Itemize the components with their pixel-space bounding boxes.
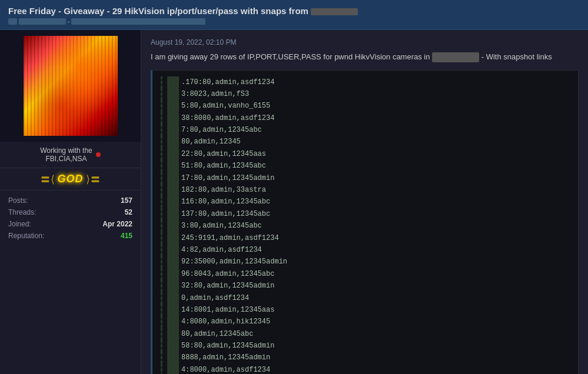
- credential-text: 96:8043,admin,12345abc: [181, 268, 274, 280]
- ip-redacted: ██: [167, 208, 179, 220]
- list-item: ██96:8043,admin,12345abc: [161, 268, 570, 280]
- ip-redacted: ██: [167, 88, 179, 100]
- ip-redacted: ██: [167, 280, 179, 292]
- ip-redacted: ██: [167, 352, 179, 363]
- avatar: [24, 36, 118, 136]
- page-header: Free Friday - Giveaway - 29 HikVision ip…: [0, 0, 588, 30]
- vertical-bar-icon: [161, 292, 162, 304]
- ip-redacted: ██: [167, 196, 179, 208]
- avatar-area: [0, 30, 141, 142]
- list-item: ██.170:80,admin,asdf1234: [161, 76, 570, 88]
- vertical-bar-icon: [161, 100, 162, 112]
- list-item: ██58:80,admin,12345admin: [161, 340, 570, 352]
- list-item: ██38:8080,admin,asdf1234: [161, 112, 570, 124]
- post-area: August 19, 2022, 02:10 PM I am giving aw…: [141, 30, 588, 374]
- posts-value: 157: [121, 196, 132, 205]
- threads-label: Threads:: [8, 208, 36, 216]
- vertical-bar-icon: [161, 268, 162, 280]
- vertical-bar-icon: [161, 184, 162, 196]
- list-item: ██7:80,admin,12345abc: [161, 124, 570, 136]
- credential-text: 8888,admin,12345admin: [181, 352, 270, 363]
- list-item: ██80,admin,12345abc: [161, 328, 570, 340]
- ip-redacted: ██: [167, 316, 179, 328]
- credential-text: 116:80,admin,12345abc: [181, 196, 270, 208]
- credential-text: 4:82,admin,asdf1234: [181, 244, 262, 256]
- ip-redacted: ██: [167, 112, 179, 124]
- ip-redacted: ██: [167, 340, 179, 352]
- ip-redacted: ██: [167, 328, 179, 340]
- credential-text: 7:80,admin,12345abc: [181, 124, 262, 136]
- author-redacted: [19, 18, 66, 25]
- vertical-bar-icon: [161, 136, 162, 148]
- left-wing-icon: 〓⟨: [40, 174, 55, 185]
- credential-text: 3:8023,admin,fS3: [181, 88, 249, 100]
- user-status-row: Working with the FBI,CIA,NSA: [0, 142, 141, 168]
- ip-redacted: ██: [167, 292, 179, 304]
- title-redacted: [311, 8, 358, 15]
- list-item: ██80,admin,12345: [161, 136, 570, 148]
- post-timestamp: August 19, 2022, 02:10 PM: [151, 38, 579, 46]
- stat-reputation: Reputation: 415: [8, 232, 132, 240]
- title-text: Free Friday - Giveaway - 29 HikVision ip…: [8, 6, 308, 16]
- rank-label: GOD: [57, 173, 83, 185]
- credential-text: 5:80,admin,vanho_6155: [181, 100, 270, 112]
- credential-text: 32:80,admin,12345admin: [181, 280, 274, 292]
- credential-text: 22:80,admin,12345aas: [181, 148, 266, 160]
- post-intro: I am giving away 29 rows of IP,PORT,USER…: [151, 51, 579, 63]
- vertical-bar-icon: [161, 172, 162, 184]
- stat-threads: Threads: 52: [8, 208, 132, 216]
- ip-redacted: ██: [167, 100, 179, 112]
- stat-joined: Joined: Apr 2022: [8, 220, 132, 228]
- ip-redacted: ██: [167, 172, 179, 184]
- vertical-bar-icon: [161, 76, 162, 88]
- stat-posts: Posts: 157: [8, 196, 132, 205]
- credential-text: 80,admin,12345: [181, 136, 241, 148]
- ip-redacted: ██: [167, 244, 179, 256]
- credential-text: 58:80,admin,12345admin: [181, 340, 274, 352]
- list-item: ██3:80,admin,12345abc: [161, 220, 570, 232]
- credential-text: 245:9191,admin,asdf1234: [181, 232, 279, 244]
- ip-redacted: ██: [167, 184, 179, 196]
- page-subtitle: by - Friday August 19, 2022 at 02:10 PM: [8, 18, 580, 25]
- vertical-bar-icon: [161, 148, 162, 160]
- vertical-bar-icon: [161, 256, 162, 268]
- list-item: ██4:82,admin,asdf1234: [161, 244, 570, 256]
- credential-text: 17:80,admin,12345admin: [181, 172, 274, 184]
- ip-redacted: ██: [167, 232, 179, 244]
- credential-text: 182:80,admin,33astra: [181, 184, 266, 196]
- vertical-bar-icon: [161, 244, 162, 256]
- credential-text: 38:8080,admin,asdf1234: [181, 112, 274, 124]
- credential-text: 137:80,admin,12345abc: [181, 208, 270, 220]
- credential-text: 80,admin,12345abc: [181, 328, 253, 340]
- list-item: ██51:80,admin,12345abc: [161, 160, 570, 172]
- ip-redacted: ██: [167, 160, 179, 172]
- ip-redacted: ██: [167, 124, 179, 136]
- vertical-bar-icon: [161, 208, 162, 220]
- vertical-bar-icon: [161, 352, 162, 363]
- list-item: ██0,admin,asdf1234: [161, 292, 570, 304]
- credential-text: 92:35000,admin,12345admin: [181, 256, 287, 268]
- list-item: ██4:8080,admin,hik12345: [161, 316, 570, 328]
- right-wing-icon: ⟩〓: [86, 174, 101, 185]
- vertical-bar-icon: [161, 364, 162, 374]
- reputation-label: Reputation:: [8, 232, 44, 240]
- vertical-bar-icon: [161, 220, 162, 232]
- credential-text: .170:80,admin,asdf1234: [181, 76, 274, 88]
- list-item: ██3:8023,admin,fS3: [161, 88, 570, 100]
- credential-text: 51:80,admin,12345abc: [181, 160, 266, 172]
- ip-redacted: ██: [167, 76, 179, 88]
- vertical-bar-icon: [161, 316, 162, 328]
- vertical-bar-icon: [161, 88, 162, 100]
- list-item: ██8888,admin,12345admin: [161, 352, 570, 363]
- credential-text: 14:8001,admin,12345aas: [181, 304, 274, 316]
- ip-redacted: ██: [167, 136, 179, 148]
- joined-value: Apr 2022: [102, 220, 132, 228]
- vertical-bar-icon: [161, 280, 162, 292]
- user-panel: Working with the FBI,CIA,NSA 〓⟨ GOD ⟩〓 P…: [0, 30, 141, 374]
- vertical-bar-icon: [161, 304, 162, 316]
- list-item: ██14:8001,admin,12345aas: [161, 304, 570, 316]
- user-stats: Posts: 157 Threads: 52 Joined: Apr 2022 …: [0, 191, 141, 374]
- list-item: ██22:80,admin,12345aas: [161, 148, 570, 160]
- list-item: ██137:80,admin,12345abc: [161, 208, 570, 220]
- posts-label: Posts:: [8, 196, 28, 205]
